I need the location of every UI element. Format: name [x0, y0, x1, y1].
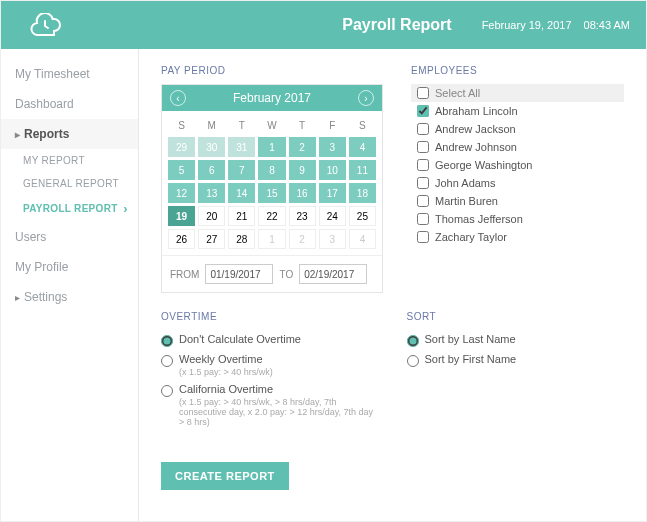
overtime-option[interactable]: Weekly Overtime(x 1.5 pay: > 40 hrs/wk): [161, 350, 379, 380]
page-title: Payroll Report: [342, 16, 451, 34]
pay-period-label: PAY PERIOD: [161, 65, 383, 76]
calendar-day[interactable]: 4: [349, 229, 376, 249]
calendar-day[interactable]: 15: [258, 183, 285, 203]
overtime-option[interactable]: Don't Calculate Overtime: [161, 330, 379, 350]
sort-option[interactable]: Sort by First Name: [407, 350, 625, 370]
sidebar-item-dashboard[interactable]: Dashboard: [1, 89, 138, 119]
calendar-day[interactable]: 10: [319, 160, 346, 180]
header-date: February 19, 2017: [482, 19, 572, 31]
chevron-right-icon: ›: [123, 201, 128, 216]
sidebar: My Timesheet Dashboard ▸Reports MY REPOR…: [1, 49, 139, 521]
calendar-day[interactable]: 2: [289, 137, 316, 157]
sidebar-item-users[interactable]: Users: [1, 222, 138, 252]
calendar-day[interactable]: 2: [289, 229, 316, 249]
select-all-label: Select All: [435, 87, 480, 99]
create-report-button[interactable]: CREATE REPORT: [161, 462, 289, 490]
calendar-dow: W: [258, 117, 285, 134]
employee-name: Andrew Johnson: [435, 141, 517, 153]
employee-row[interactable]: John Adams: [411, 174, 624, 192]
calendar-day[interactable]: 31: [228, 137, 255, 157]
sidebar-item-profile[interactable]: My Profile: [1, 252, 138, 282]
employee-name: Zachary Taylor: [435, 231, 507, 243]
calendar-day[interactable]: 22: [258, 206, 285, 226]
calendar-day[interactable]: 4: [349, 137, 376, 157]
calendar-next-button[interactable]: ›: [358, 90, 374, 106]
employee-row[interactable]: Zachary Taylor: [411, 228, 624, 246]
sidebar-sub-payroll-report[interactable]: PAYROLL REPORT›: [1, 195, 138, 222]
calendar-day[interactable]: 8: [258, 160, 285, 180]
employee-list: Select All Abraham LincolnAndrew Jackson…: [411, 84, 624, 246]
calendar-day[interactable]: 19: [168, 206, 195, 226]
sidebar-sub-my-report[interactable]: MY REPORT: [1, 149, 138, 172]
calendar-day[interactable]: 23: [289, 206, 316, 226]
calendar-day[interactable]: 12: [168, 183, 195, 203]
calendar-day[interactable]: 1: [258, 137, 285, 157]
employee-row[interactable]: Martin Buren: [411, 192, 624, 210]
employee-checkbox[interactable]: [417, 177, 429, 189]
overtime-option-label: California Overtime: [179, 383, 273, 395]
calendar-day[interactable]: 9: [289, 160, 316, 180]
calendar-day[interactable]: 1: [258, 229, 285, 249]
overtime-option-sublabel: (x 1.5 pay: > 40 hrs/wk, > 8 hrs/day, 7t…: [179, 397, 379, 427]
employee-name: Thomas Jefferson: [435, 213, 523, 225]
calendar-day[interactable]: 26: [168, 229, 195, 249]
employee-checkbox[interactable]: [417, 105, 429, 117]
app-window: Payroll Report February 19, 2017 08:43 A…: [0, 0, 647, 522]
calendar-day[interactable]: 27: [198, 229, 225, 249]
employee-checkbox[interactable]: [417, 213, 429, 225]
employee-row[interactable]: Andrew Johnson: [411, 138, 624, 156]
calendar-day[interactable]: 18: [349, 183, 376, 203]
employee-checkbox[interactable]: [417, 231, 429, 243]
select-all-checkbox[interactable]: [417, 87, 429, 99]
sidebar-item-timesheet[interactable]: My Timesheet: [1, 59, 138, 89]
employee-checkbox[interactable]: [417, 141, 429, 153]
calendar-day[interactable]: 16: [289, 183, 316, 203]
sort-section: SORT Sort by Last NameSort by First Name: [407, 311, 625, 430]
employee-row[interactable]: Abraham Lincoln: [411, 102, 624, 120]
calendar-day[interactable]: 28: [228, 229, 255, 249]
sort-option[interactable]: Sort by Last Name: [407, 330, 625, 350]
overtime-radio[interactable]: [161, 385, 173, 397]
employee-name: Martin Buren: [435, 195, 498, 207]
calendar-day[interactable]: 30: [198, 137, 225, 157]
calendar: ‹ February 2017 › SMTWTFS293031123456789…: [161, 84, 383, 293]
select-all-row[interactable]: Select All: [411, 84, 624, 102]
overtime-radio[interactable]: [161, 355, 173, 367]
calendar-day[interactable]: 13: [198, 183, 225, 203]
to-date-input[interactable]: [299, 264, 367, 284]
calendar-day[interactable]: 20: [198, 206, 225, 226]
employee-checkbox[interactable]: [417, 159, 429, 171]
calendar-day[interactable]: 7: [228, 160, 255, 180]
calendar-day[interactable]: 14: [228, 183, 255, 203]
employee-name: John Adams: [435, 177, 496, 189]
employee-checkbox[interactable]: [417, 123, 429, 135]
sidebar-item-settings[interactable]: ▸Settings: [1, 282, 138, 312]
employee-row[interactable]: Thomas Jefferson: [411, 210, 624, 228]
employee-checkbox[interactable]: [417, 195, 429, 207]
calendar-day[interactable]: 21: [228, 206, 255, 226]
employee-row[interactable]: Andrew Jackson: [411, 120, 624, 138]
sidebar-item-reports[interactable]: ▸Reports: [1, 119, 138, 149]
sort-radio[interactable]: [407, 355, 419, 367]
employee-name: Abraham Lincoln: [435, 105, 518, 117]
sidebar-sub-general-report[interactable]: GENERAL REPORT: [1, 172, 138, 195]
overtime-option[interactable]: California Overtime(x 1.5 pay: > 40 hrs/…: [161, 380, 379, 430]
calendar-day[interactable]: 25: [349, 206, 376, 226]
calendar-day[interactable]: 29: [168, 137, 195, 157]
calendar-day[interactable]: 6: [198, 160, 225, 180]
from-date-input[interactable]: [205, 264, 273, 284]
employee-row[interactable]: George Washington: [411, 156, 624, 174]
overtime-radio[interactable]: [161, 335, 173, 347]
calendar-dow: S: [349, 117, 376, 134]
calendar-day[interactable]: 3: [319, 229, 346, 249]
sort-radio[interactable]: [407, 335, 419, 347]
calendar-day[interactable]: 3: [319, 137, 346, 157]
sort-option-label: Sort by First Name: [425, 353, 517, 365]
calendar-day[interactable]: 11: [349, 160, 376, 180]
calendar-dow: M: [198, 117, 225, 134]
pay-period-section: PAY PERIOD ‹ February 2017 › SMTWTFS2930…: [161, 65, 383, 293]
calendar-day[interactable]: 5: [168, 160, 195, 180]
calendar-day[interactable]: 17: [319, 183, 346, 203]
calendar-day[interactable]: 24: [319, 206, 346, 226]
calendar-prev-button[interactable]: ‹: [170, 90, 186, 106]
